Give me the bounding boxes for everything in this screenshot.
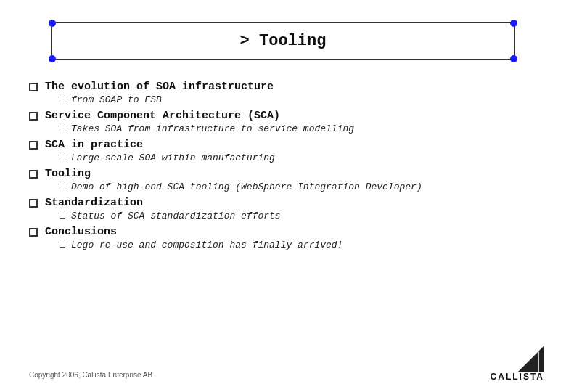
sub-bullet-0 — [60, 97, 65, 102]
menu-container: The evolution of SOA infrastructurefrom … — [29, 81, 537, 250]
menu-item-3: Tooling — [29, 168, 537, 180]
menu-label-4: Standardization — [45, 197, 143, 209]
menu-label-0: The evolution of SOA infrastructure — [45, 81, 274, 93]
sub-bullet-3 — [60, 184, 65, 189]
callista-logo: CALLISTA — [491, 346, 544, 382]
slide-container: > Tooling The evolution of SOA infrastru… — [0, 0, 566, 392]
bullet-square-2 — [29, 141, 38, 150]
menu-section-3: ToolingDemo of high-end SCA tooling (Web… — [29, 168, 537, 192]
slide-title: > Tooling — [240, 32, 327, 50]
sub-label-3: Demo of high-end SCA tooling (WebSphere … — [71, 181, 422, 192]
sub-item-5: Lego re-use and composition has finally … — [60, 240, 537, 250]
menu-item-5: Conclusions — [29, 226, 537, 238]
copyright-text: Copyright 2006, Callista Enterprise AB — [29, 371, 152, 379]
sub-bullet-4 — [60, 213, 65, 219]
corner-dot-tl — [49, 20, 56, 27]
menu-section-0: The evolution of SOA infrastructurefrom … — [29, 81, 537, 105]
bullet-square-1 — [29, 112, 38, 121]
svg-marker-0 — [518, 346, 544, 372]
callista-brand-text: CALLISTA — [491, 372, 544, 382]
sub-item-4: Status of SCA standardization efforts — [60, 211, 537, 221]
menu-label-2: SCA in practice — [45, 139, 143, 151]
sub-item-1: Takes SOA from infrastructure to service… — [60, 123, 537, 134]
bullet-square-0 — [29, 83, 38, 91]
title-box: > Tooling — [51, 22, 515, 60]
bullet-square-3 — [29, 170, 38, 179]
menu-label-1: Service Component Architecture (SCA) — [45, 110, 280, 122]
sub-label-0: from SOAP to ESB — [71, 94, 162, 105]
corner-dot-bl — [49, 55, 56, 62]
menu-item-1: Service Component Architecture (SCA) — [29, 110, 537, 122]
sub-label-1: Takes SOA from infrastructure to service… — [71, 123, 354, 134]
menu-item-2: SCA in practice — [29, 139, 537, 151]
sub-label-5: Lego re-use and composition has finally … — [71, 240, 343, 250]
sub-label-2: Large-scale SOA within manufacturing — [71, 152, 275, 163]
sub-bullet-5 — [60, 242, 65, 248]
menu-section-5: ConclusionsLego re-use and composition h… — [29, 226, 537, 250]
menu-label-5: Conclusions — [45, 226, 117, 238]
corner-dot-tr — [510, 20, 517, 27]
sub-item-3: Demo of high-end SCA tooling (WebSphere … — [60, 181, 537, 192]
menu-label-3: Tooling — [45, 168, 91, 180]
bullet-square-5 — [29, 228, 38, 237]
sub-bullet-2 — [60, 155, 65, 160]
bullet-square-4 — [29, 199, 38, 208]
menu-item-4: Standardization — [29, 197, 537, 209]
menu-section-1: Service Component Architecture (SCA)Take… — [29, 110, 537, 134]
menu-item-0: The evolution of SOA infrastructure — [29, 81, 537, 93]
sub-item-0: from SOAP to ESB — [60, 94, 537, 105]
menu-section-2: SCA in practiceLarge-scale SOA within ma… — [29, 139, 537, 163]
sub-label-4: Status of SCA standardization efforts — [71, 211, 281, 221]
sub-item-2: Large-scale SOA within manufacturing — [60, 152, 537, 163]
menu-section-4: StandardizationStatus of SCA standardiza… — [29, 197, 537, 221]
corner-dot-br — [510, 55, 517, 62]
callista-triangle-icon — [518, 346, 544, 372]
sub-bullet-1 — [60, 126, 65, 131]
